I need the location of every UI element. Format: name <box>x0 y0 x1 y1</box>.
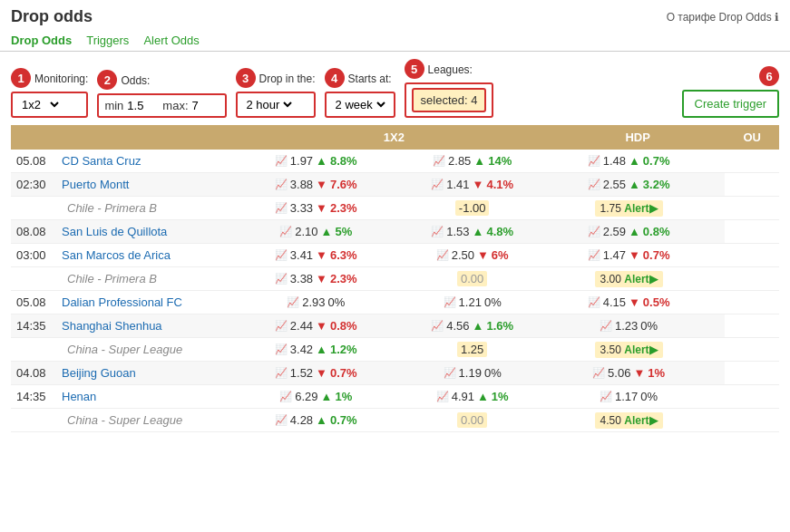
leagues-control-box[interactable]: selected: 4 <box>405 82 494 118</box>
drop-select[interactable]: 2 hour 1 hour 4 hour <box>243 97 295 112</box>
odds-min-input[interactable] <box>127 99 159 112</box>
match-team[interactable]: Puerto Montt <box>56 173 238 197</box>
odds-min-label: min <box>104 99 123 112</box>
match-row: 05.08 Dalian Professional FC 📈 2.93 0% 📈… <box>11 291 779 314</box>
match-team[interactable]: San Marcos de Arica <box>56 244 238 267</box>
match-time: 14:35 <box>11 314 56 338</box>
match-team[interactable]: San Luis de Quillota <box>56 220 238 244</box>
odds-1x2-val: 1.52 <box>290 366 313 380</box>
chart-icon-ou: 📈 <box>588 249 600 261</box>
match-1x2: 📈 3.88 ▼ 7.6% <box>238 173 394 197</box>
chart-icon-hdp: 📈 <box>444 296 456 308</box>
chart-icon-hdp: 📈 <box>436 391 449 402</box>
league-1x2-pct: 0.7% <box>330 413 357 427</box>
match-1x2: 📈 1.97 ▲ 8.8% <box>238 150 394 173</box>
match-ou: 📈 1.23 0% <box>551 314 707 338</box>
odds-hdp-val: 1.53 <box>446 225 469 238</box>
league-1x2-pct: 2.3% <box>330 201 357 215</box>
league-ou: 3.50 Alert▶ <box>551 338 707 362</box>
chart-icon-ou: 📈 <box>600 391 612 402</box>
league-ou: 3.00 Alert▶ <box>551 267 707 291</box>
match-time: 05.08 <box>11 150 56 173</box>
tab-triggers[interactable]: Triggers <box>86 34 129 51</box>
chart-icon-1x2: 📈 <box>275 367 288 379</box>
match-hdp: 📈 2.85 ▲ 14% <box>394 150 550 173</box>
odds-hdp-val: 1.41 <box>446 178 469 191</box>
match-row: 14:35 Henan 📈 6.29 ▲ 1% 📈 4.91 ▲ 1% <box>11 385 779 409</box>
league-1x2: 📈 4.28 ▲ 0.7% <box>238 409 394 432</box>
odds-hdp-pct: 4.8% <box>486 225 513 238</box>
odds-table: 1X2 HDP OU 05.08 CD Santa Cruz 📈 1.97 ▲ … <box>11 125 779 432</box>
hdp-special-zero: 0.00 <box>457 271 487 286</box>
tab-drop-odds[interactable]: Drop Odds <box>11 34 72 51</box>
match-row: 03:00 San Marcos de Arica 📈 3.41 ▼ 6.3% … <box>11 244 779 267</box>
match-row: 04.08 Beijing Guoan 📈 1.52 ▼ 0.7% 📈 1.19… <box>11 362 779 385</box>
odds-ou-pct: 0.7% <box>643 154 670 168</box>
badge-6: 6 <box>759 66 779 86</box>
match-1x2: 📈 2.93 0% <box>238 291 394 314</box>
chart-icon-1x2: 📈 <box>275 155 288 167</box>
league-ou: 1.75 Alert▶ <box>551 197 707 220</box>
match-ou: 📈 4.15 ▼ 0.5% <box>551 291 707 314</box>
match-row: 14:35 Shanghai Shenhua 📈 2.44 ▼ 0.8% 📈 4… <box>11 314 779 338</box>
match-ou: 📈 1.47 ▼ 0.7% <box>551 244 707 267</box>
odds-max-input[interactable] <box>192 99 219 112</box>
odds-hdp-pct: 1% <box>492 390 509 403</box>
league-hdp: 0.00 <box>394 267 550 291</box>
badge-5: 5 <box>405 59 424 79</box>
match-time: 08.08 <box>11 220 56 244</box>
odds-ou-val: 1.17 <box>615 390 638 403</box>
alert-arrow-icon: Alert▶ <box>624 343 657 356</box>
odds-ou-val: 4.15 <box>603 295 626 309</box>
create-trigger-button[interactable]: Create trigger <box>682 90 779 118</box>
odds-ou-pct: 0.5% <box>643 295 670 309</box>
match-team[interactable]: Henan <box>56 385 238 409</box>
odds-max-label: max: <box>162 99 188 112</box>
odds-1x2-val: 2.10 <box>295 225 317 238</box>
match-hdp: 📈 4.56 ▲ 1.6% <box>394 314 550 338</box>
chart-icon-1x2: 📈 <box>279 226 292 237</box>
monitoring-select[interactable]: 1x2 HDP OU <box>18 97 62 112</box>
chart-icon-1x2: 📈 <box>287 296 299 308</box>
match-team[interactable]: Dalian Professional FC <box>56 291 238 314</box>
match-team[interactable]: CD Santa Cruz <box>56 150 238 173</box>
odds-ou-val: 1.23 <box>615 319 638 333</box>
badge-4: 4 <box>325 68 345 88</box>
col-team <box>56 125 238 150</box>
header: Drop odds О тарифе Drop Odds ℹ <box>0 0 790 30</box>
match-team[interactable]: Shanghai Shenhua <box>56 314 238 338</box>
league-hdp: 0.00 <box>394 409 550 432</box>
alert-arrow-icon: Alert▶ <box>624 202 657 215</box>
page-title: Drop odds <box>11 7 93 26</box>
league-1x2-val: 3.33 <box>290 201 313 215</box>
league-1x2-val: 3.38 <box>290 272 313 285</box>
league-1x2-val: 3.42 <box>290 343 313 356</box>
match-team[interactable]: Beijing Guoan <box>56 362 238 385</box>
starts-select[interactable]: 2 week 1 week 3 days <box>332 97 388 112</box>
leagues-label: Leagues: <box>428 63 473 76</box>
drop-label: Drop in the: <box>259 73 316 85</box>
chart-icon-1x2: 📈 <box>275 249 288 261</box>
odds-ou-pct: 0.8% <box>643 225 670 238</box>
league-name: China - Super League <box>56 338 238 362</box>
hdp-special-zero: 0.00 <box>457 412 487 428</box>
league-ou: 4.50 Alert▶ <box>551 409 707 432</box>
tab-alert-odds[interactable]: Alert Odds <box>143 34 199 51</box>
match-1x2: 📈 1.52 ▼ 0.7% <box>238 362 394 385</box>
chart-icon-1x2: 📈 <box>279 391 292 402</box>
odds-1x2-pct: 7.6% <box>330 178 357 191</box>
drop-control-box: 2 hour 1 hour 4 hour <box>236 92 316 118</box>
match-1x2: 📈 3.41 ▼ 6.3% <box>238 244 394 267</box>
chart-icon-hdp: 📈 <box>436 249 449 261</box>
header-link[interactable]: О тарифе Drop Odds ℹ <box>667 11 779 24</box>
chart-icon-ou: 📈 <box>588 179 600 190</box>
odds-hdp-pct: 0% <box>484 366 502 380</box>
chart-icon-hdp: 📈 <box>444 367 456 379</box>
odds-1x2-val: 3.88 <box>290 178 313 191</box>
league-1x2: 📈 3.42 ▲ 1.2% <box>238 338 394 362</box>
col-ou: OU <box>725 125 779 150</box>
chart-icon-1x2: 📈 <box>275 179 288 190</box>
col-hdp: HDP <box>551 125 726 150</box>
tariff-link[interactable]: О тарифе Drop Odds <box>667 11 772 24</box>
chart-icon-ou: 📈 <box>588 226 600 237</box>
